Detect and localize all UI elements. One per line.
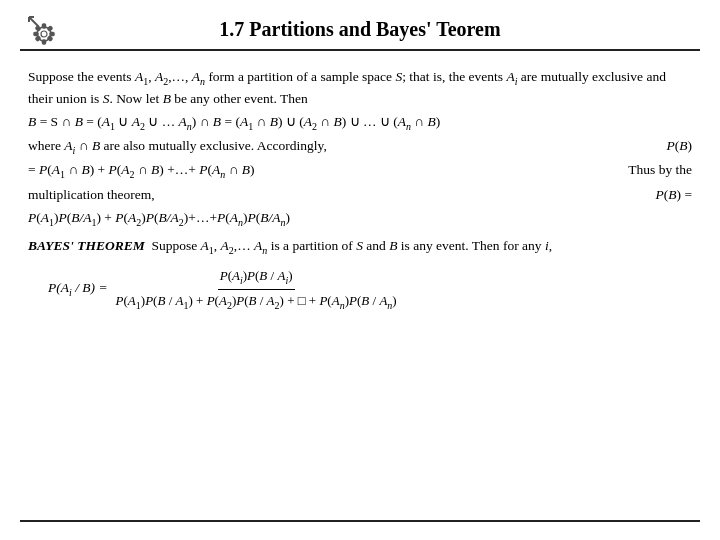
fraction: P(Ai)P(B / Ai) P(A1)P(B / A1) + P(A2)P(B… <box>114 266 399 313</box>
svg-rect-5 <box>50 33 54 36</box>
equation-4-line: multiplication theorem, P(B) = <box>28 185 692 206</box>
equation-1: B = S ∩ B = (A1 ∪ A2 ∪ … An) ∩ B = (A1 ∩… <box>28 112 692 134</box>
svg-rect-9 <box>48 26 53 31</box>
equation-3-line: = P(A1 ∩ B) + P(A2 ∩ B) +…+ P(An ∩ B) Th… <box>28 160 692 182</box>
svg-rect-2 <box>43 24 46 28</box>
main-content: Suppose the events A1, A2,…, An form a p… <box>0 61 720 313</box>
equation-5: P(A1)P(B/A1) + P(A2)P(B/A2)+…+P(An)P(B/A… <box>28 208 692 230</box>
gear-icon <box>24 12 64 52</box>
paragraph-1: Suppose the events A1, A2,…, An form a p… <box>28 67 692 110</box>
equation-2-line: where Ai ∩ B are also mutually exclusive… <box>28 136 692 158</box>
svg-rect-3 <box>43 40 46 44</box>
fraction-numerator: P(Ai)P(B / Ai) <box>218 266 295 290</box>
svg-line-10 <box>29 17 39 27</box>
fraction-denominator: P(A1)P(B / A1) + P(A2)P(B / A2) + □ + P(… <box>114 290 399 313</box>
bottom-divider <box>20 520 700 522</box>
svg-rect-4 <box>34 33 38 36</box>
page: 1.7 Partitions and Bayes' Teorem Suppose… <box>0 0 720 540</box>
header: 1.7 Partitions and Bayes' Teorem <box>0 0 720 49</box>
page-title: 1.7 Partitions and Bayes' Teorem <box>219 18 500 41</box>
formula-lhs: P(Ai / B) = <box>48 278 108 300</box>
svg-point-1 <box>41 31 47 37</box>
bayes-formula: P(Ai / B) = P(Ai)P(B / Ai) P(A1)P(B / A1… <box>48 266 692 313</box>
top-divider <box>20 49 700 51</box>
theorem-statement: BAYES' THEOREM Suppose A1, A2,… An is a … <box>28 236 692 258</box>
